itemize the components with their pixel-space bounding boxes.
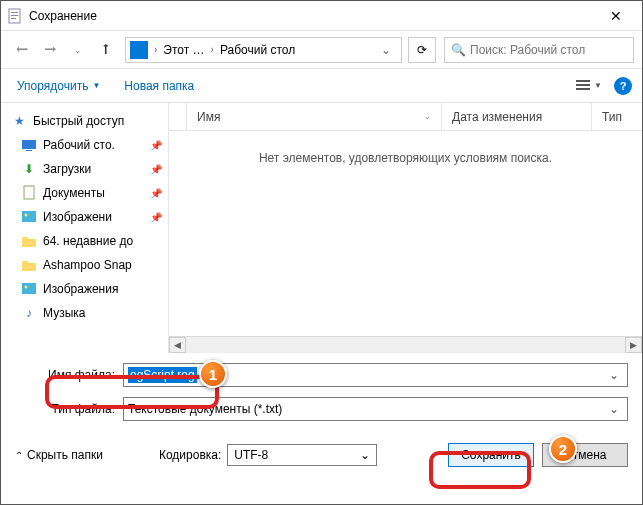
chevron-down-icon: ▼ [594, 81, 602, 90]
hide-folders-label: Скрыть папки [27, 448, 103, 462]
list-icon [576, 79, 592, 93]
chevron-down-icon[interactable]: ⌄ [605, 402, 623, 416]
window-title: Сохранение [29, 9, 596, 23]
sidebar-item-label: Изображения [43, 282, 118, 296]
search-input[interactable] [470, 43, 627, 57]
svg-rect-2 [11, 15, 18, 16]
music-icon: ♪ [21, 305, 37, 321]
toolbar: Упорядочить ▼ Новая папка ▼ ? [1, 69, 642, 103]
col-date[interactable]: Дата изменения [442, 103, 592, 130]
svg-rect-6 [576, 88, 590, 90]
sidebar-item-label: Ashampoo Snap [43, 258, 132, 272]
sidebar-item-documents[interactable]: Документы 📌 [1, 181, 168, 205]
view-button[interactable]: ▼ [572, 77, 606, 95]
svg-rect-12 [22, 283, 36, 294]
chevron-down-icon[interactable]: ⌄ [360, 448, 370, 462]
address-bar[interactable]: › Этот … › Рабочий стол ⌄ [125, 37, 402, 63]
app-icon [7, 8, 23, 24]
sidebar-item-images[interactable]: Изображения [1, 277, 168, 301]
picture-icon [21, 209, 37, 225]
document-icon [21, 185, 37, 201]
address-dropdown[interactable]: ⌄ [375, 43, 397, 57]
sidebar-item-label: Загрузки [43, 162, 91, 176]
refresh-button[interactable]: ⟳ [408, 37, 436, 63]
sidebar-item-quick-access[interactable]: ★ Быстрый доступ [1, 109, 168, 133]
svg-point-13 [25, 286, 28, 289]
chevron-right-icon: › [209, 44, 216, 55]
hide-folders-button[interactable]: ⌃ Скрыть папки [15, 448, 103, 462]
recent-dropdown[interactable]: ⌄ [65, 37, 91, 63]
desktop-icon [21, 137, 37, 153]
pin-icon: 📌 [150, 164, 162, 175]
download-icon: ⬇ [21, 161, 37, 177]
up-button[interactable]: 🠕 [93, 37, 119, 63]
close-button[interactable]: ✕ [596, 2, 636, 30]
help-button[interactable]: ? [614, 77, 632, 95]
pin-icon: 📌 [150, 188, 162, 199]
picture-icon [21, 281, 37, 297]
horizontal-scrollbar[interactable]: ◀ ▶ [169, 336, 642, 353]
footer: ⌃ Скрыть папки Кодировка: UTF-8 ⌄ Сохран… [1, 437, 642, 479]
sidebar-item-label: Изображени [43, 210, 112, 224]
col-type[interactable]: Тип [592, 103, 642, 130]
search-box[interactable]: 🔍 [444, 37, 634, 63]
filename-field[interactable]: egScript.reg ⌄ [123, 363, 628, 387]
svg-rect-8 [26, 150, 32, 151]
folder-icon [21, 257, 37, 273]
chevron-down-icon: ▼ [92, 81, 100, 90]
col-name[interactable]: Имя⌄ [187, 103, 442, 130]
save-button[interactable]: Сохранить [448, 443, 534, 467]
filetype-field[interactable]: Текстовые документы (*.txt) ⌄ [123, 397, 628, 421]
svg-rect-1 [11, 12, 18, 13]
chevron-right-icon: › [152, 44, 159, 55]
scroll-left-icon[interactable]: ◀ [169, 337, 186, 353]
sidebar-item-label: 64. недавние до [43, 234, 133, 248]
sidebar-item-label: Рабочий сто. [43, 138, 115, 152]
empty-message: Нет элементов, удовлетворяющих условиям … [169, 131, 642, 336]
filename-label: Имя файла: [15, 368, 123, 382]
organize-button[interactable]: Упорядочить ▼ [11, 75, 106, 97]
forward-button[interactable]: 🠖 [37, 37, 63, 63]
organize-label: Упорядочить [17, 79, 88, 93]
pin-icon: 📌 [150, 212, 162, 223]
pin-icon: 📌 [150, 140, 162, 151]
scroll-track[interactable] [186, 337, 625, 353]
breadcrumb-seg-1[interactable]: Этот … [159, 43, 208, 57]
pc-icon [130, 41, 148, 59]
svg-rect-3 [11, 18, 16, 19]
svg-rect-5 [576, 84, 590, 86]
scroll-right-icon[interactable]: ▶ [625, 337, 642, 353]
sidebar-item-pictures[interactable]: Изображени 📌 [1, 205, 168, 229]
filename-value[interactable]: egScript.reg [128, 367, 197, 383]
filetype-value: Текстовые документы (*.txt) [128, 402, 282, 416]
title-bar: Сохранение ✕ [1, 1, 642, 31]
encoding-field[interactable]: UTF-8 ⌄ [227, 444, 377, 466]
chevron-down-icon[interactable]: ⌄ [605, 368, 623, 382]
col-spacer [169, 103, 187, 130]
filetype-row: Тип файла: Текстовые документы (*.txt) ⌄ [15, 397, 628, 421]
back-button[interactable]: 🠔 [9, 37, 35, 63]
chevron-up-icon: ⌃ [15, 450, 23, 461]
sidebar-item-recent[interactable]: 64. недавние до [1, 229, 168, 253]
column-headers: Имя⌄ Дата изменения Тип [169, 103, 642, 131]
sidebar-item-music[interactable]: ♪ Музыка [1, 301, 168, 325]
sidebar-item-label: Музыка [43, 306, 85, 320]
encoding-label: Кодировка: [159, 448, 221, 462]
encoding-value: UTF-8 [234, 448, 268, 462]
main-area: ★ Быстрый доступ Рабочий сто. 📌 ⬇ Загруз… [1, 103, 642, 353]
sidebar-item-label: Документы [43, 186, 105, 200]
sidebar-item-ashampoo[interactable]: Ashampoo Snap [1, 253, 168, 277]
filetype-label: Тип файла: [15, 402, 123, 416]
sidebar-item-desktop[interactable]: Рабочий сто. 📌 [1, 133, 168, 157]
svg-rect-4 [576, 80, 590, 82]
breadcrumb-seg-2[interactable]: Рабочий стол [216, 43, 299, 57]
file-pane: Имя⌄ Дата изменения Тип Нет элементов, у… [169, 103, 642, 353]
filename-row: Имя файла: egScript.reg ⌄ [15, 363, 628, 387]
sidebar-item-downloads[interactable]: ⬇ Загрузки 📌 [1, 157, 168, 181]
new-folder-button[interactable]: Новая папка [124, 79, 194, 93]
encoding-group: Кодировка: UTF-8 ⌄ [159, 444, 377, 466]
cancel-button[interactable]: Отмена [542, 443, 628, 467]
svg-rect-7 [22, 140, 36, 149]
sidebar: ★ Быстрый доступ Рабочий сто. 📌 ⬇ Загруз… [1, 103, 169, 353]
svg-rect-10 [22, 211, 36, 222]
